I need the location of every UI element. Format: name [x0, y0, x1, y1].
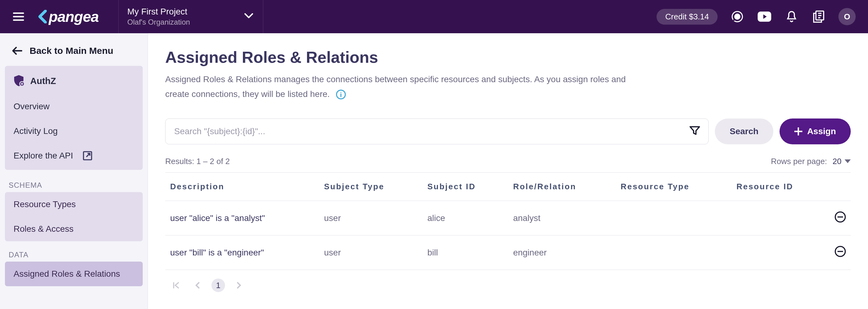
menu-toggle-button[interactable]	[12, 10, 25, 23]
cell-subject-id: alice	[422, 201, 508, 235]
col-description[interactable]: Description	[165, 173, 319, 201]
sidebar-item-label: Resource Types	[13, 199, 76, 209]
svg-rect-2	[13, 20, 24, 21]
col-actions	[830, 173, 851, 201]
sidebar-service-label: AuthZ	[30, 76, 56, 86]
cell-subject-type: user	[319, 235, 422, 270]
search-wrap	[165, 118, 709, 144]
col-subject-id[interactable]: Subject ID	[422, 173, 508, 201]
cell-subject-type: user	[319, 201, 422, 235]
col-resource-type[interactable]: Resource Type	[616, 173, 732, 201]
sidebar-item-label: Activity Log	[13, 126, 58, 136]
back-label: Back to Main Menu	[30, 45, 114, 56]
sidebar: Back to Main Menu AuthZ Overview Activit…	[0, 33, 148, 309]
svg-rect-1	[13, 16, 24, 18]
cell-role: engineer	[508, 235, 616, 270]
cell-resource-type	[616, 201, 732, 235]
page-next-button[interactable]	[232, 278, 246, 292]
page-number-current[interactable]: 1	[212, 278, 225, 292]
page-description: Assigned Roles & Relations manages the c…	[165, 72, 627, 101]
sidebar-item-roles-access[interactable]: Roles & Access	[5, 217, 143, 241]
shield-icon	[13, 75, 24, 87]
logo-text: pangea	[37, 8, 99, 25]
cell-description: user "bill" is a "engineer"	[165, 235, 319, 270]
controls-row: Search Assign	[165, 118, 851, 144]
row-delete-button[interactable]	[830, 235, 851, 270]
plus-icon	[794, 128, 802, 135]
rows-per-page: Rows per page: 20	[771, 157, 851, 166]
col-resource-id[interactable]: Resource ID	[732, 173, 830, 201]
back-to-main-link[interactable]: Back to Main Menu	[5, 42, 143, 60]
cell-resource-id	[732, 235, 830, 270]
first-page-icon	[173, 282, 180, 289]
sidebar-heading-data: DATA	[5, 245, 143, 262]
logo-chevron-icon	[37, 10, 49, 23]
sidebar-item-label: Overview	[13, 102, 50, 111]
sidebar-item-label: Explore the API	[13, 151, 73, 161]
nav-group-schema: Resource Types Roles & Access	[5, 192, 143, 241]
project-selector[interactable]: My First Project Olaf's Organization	[118, 0, 263, 33]
page-description-text: Assigned Roles & Relations manages the c…	[165, 74, 626, 99]
credit-badge[interactable]: Credit $3.14	[656, 9, 718, 25]
table-header-row: Description Subject Type Subject ID Role…	[165, 173, 851, 201]
bell-icon[interactable]	[784, 9, 799, 24]
rows-per-page-value: 20	[833, 157, 841, 166]
info-icon[interactable]	[336, 90, 346, 99]
logo[interactable]: pangea	[37, 8, 99, 25]
arrow-left-icon	[12, 46, 22, 55]
col-role-relation[interactable]: Role/Relation	[508, 173, 616, 201]
project-title: My First Project	[127, 7, 246, 16]
search-input[interactable]	[165, 118, 709, 144]
chevron-right-icon	[237, 282, 242, 289]
roles-table: Description Subject Type Subject ID Role…	[165, 172, 851, 270]
table-row[interactable]: user "bill" is a "engineer" user bill en…	[165, 235, 851, 270]
project-org: Olaf's Organization	[127, 18, 246, 27]
sidebar-item-assigned-roles[interactable]: Assigned Roles & Relations	[5, 262, 143, 286]
cell-resource-type	[616, 235, 732, 270]
table-row[interactable]: user "alice" is a "analyst" user alice a…	[165, 201, 851, 235]
cell-resource-id	[732, 201, 830, 235]
hamburger-icon	[13, 12, 24, 21]
cell-role: analyst	[508, 201, 616, 235]
sidebar-item-resource-types[interactable]: Resource Types	[5, 192, 143, 217]
pagination: 1	[165, 278, 851, 292]
sidebar-item-overview[interactable]: Overview	[5, 94, 143, 119]
sidebar-item-label: Assigned Roles & Relations	[13, 269, 120, 278]
chevron-left-icon	[194, 282, 200, 289]
remove-circle-icon	[835, 211, 846, 222]
page-prev-button[interactable]	[190, 278, 204, 292]
row-delete-button[interactable]	[830, 201, 851, 235]
sidebar-item-authz[interactable]: AuthZ	[5, 68, 143, 94]
caret-down-icon	[844, 160, 851, 164]
search-button[interactable]: Search	[715, 118, 773, 144]
assign-button[interactable]: Assign	[779, 118, 851, 144]
cell-subject-id: bill	[422, 235, 508, 270]
topbar-right: Credit $3.14 O	[656, 8, 856, 25]
page-first-button[interactable]	[169, 278, 183, 292]
svg-point-4	[734, 13, 740, 20]
sidebar-item-activity-log[interactable]: Activity Log	[5, 119, 143, 143]
search-button-label: Search	[730, 127, 758, 136]
video-icon[interactable]	[757, 9, 772, 24]
results-count: Results: 1 – 2 of 2	[165, 157, 230, 166]
docs-icon[interactable]	[811, 9, 826, 24]
chevron-down-icon	[244, 13, 253, 20]
sidebar-heading-schema: SCHEMA	[5, 175, 143, 192]
sidebar-item-explore-api[interactable]: Explore the API	[5, 143, 143, 168]
filter-icon[interactable]	[689, 126, 700, 137]
avatar[interactable]: O	[838, 8, 856, 25]
chat-icon[interactable]	[730, 9, 745, 24]
results-row: Results: 1 – 2 of 2 Rows per page: 20	[165, 157, 851, 166]
col-subject-type[interactable]: Subject Type	[319, 173, 422, 201]
cell-description: user "alice" is a "analyst"	[165, 201, 319, 235]
rows-per-page-select[interactable]: 20	[833, 157, 851, 166]
svg-rect-0	[13, 12, 24, 14]
remove-circle-icon	[835, 246, 846, 257]
assign-button-label: Assign	[807, 127, 836, 136]
sidebar-item-label: Roles & Access	[13, 224, 74, 234]
main-content: Assigned Roles & Relations Assigned Role…	[148, 33, 868, 309]
topbar: pangea My First Project Olaf's Organizat…	[0, 0, 868, 33]
rows-per-page-label: Rows per page:	[771, 157, 827, 166]
nav-group-data: Assigned Roles & Relations	[5, 262, 143, 286]
external-link-icon	[83, 151, 92, 160]
